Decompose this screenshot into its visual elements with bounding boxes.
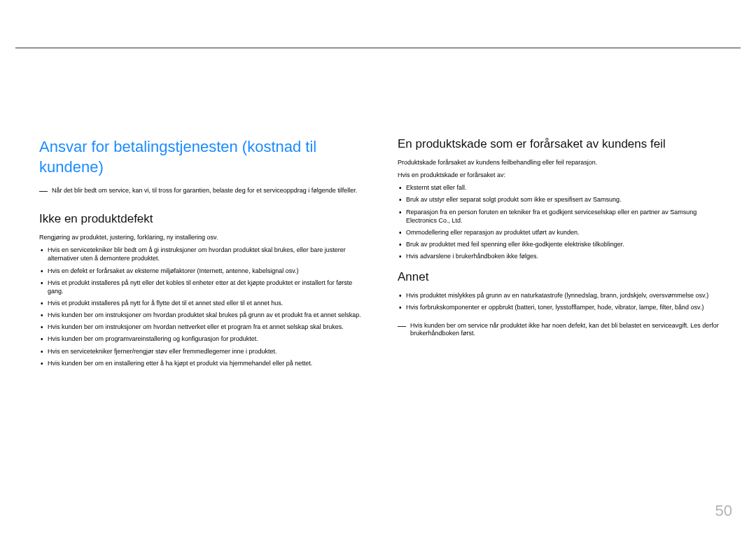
note-text: Når det blir bedt om service, kan vi, ti… [52,187,357,195]
list-item: Bruk av utstyr eller separat solgt produ… [398,195,722,204]
list-item: Hvis en servicetekniker fjerner/rengjør … [39,347,364,356]
dash-icon: ― [398,322,406,338]
subheading-other: Annet [398,270,722,284]
list-item: Hvis forbrukskomponenter er oppbrukt (ba… [398,303,722,311]
left-column: Ansvar for betalingstjenesten (kostnad t… [39,137,364,506]
list-item: Hvis kunden ber om instruksjoner om hvor… [39,311,364,319]
note-block: ― Når det blir bedt om service, kan vi, … [39,187,364,195]
section-title: Ansvar for betalingstjenesten (kostnad t… [39,137,364,177]
page-number: 50 [715,502,732,520]
list-item: Hvis advarslene i brukerhåndboken ikke f… [398,252,722,260]
subheading-not-defect: Ikke en produktdefekt [39,212,364,226]
intro-paragraph-1: Produktskade forårsaket av kundens feilb… [398,158,722,167]
intro-paragraph-2: Hvis en produktskade er forårsaket av: [398,171,722,179]
list-item: Hvis kunden ber om programvareinstalleri… [39,335,364,343]
top-rule [15,48,741,48]
list-item: Hvis et produkt installeres på nytt for … [39,299,364,307]
subheading-customer-fault: En produktskade som er forårsaket av kun… [398,137,722,151]
not-defect-list: Hvis en servicetekniker blir bedt om å g… [39,246,364,367]
list-item: Hvis en servicetekniker blir bedt om å g… [39,246,364,262]
list-item: Hvis produktet mislykkes på grunn av en … [398,291,722,300]
note-block-2: ― Hvis kunden ber om service når produkt… [398,322,722,338]
note-text-2: Hvis kunden ber om service når produktet… [410,322,722,338]
list-item: Reparasjon fra en person foruten en tekn… [398,208,722,225]
intro-paragraph: Rengjøring av produktet, justering, fork… [39,233,364,241]
list-item: Hvis en defekt er forårsaket av eksterne… [39,267,364,275]
list-item: Hvis kunden ber om instruksjoner om hvor… [39,323,364,331]
customer-fault-list: Eksternt støt eller fall. Bruk av utstyr… [398,183,722,260]
list-item: Ommodellering eller reparasjon av produk… [398,228,722,237]
list-item: Hvis kunden ber om en installering etter… [39,359,364,367]
other-list: Hvis produktet mislykkes på grunn av en … [398,291,722,311]
content-columns: Ansvar for betalingstjenesten (kostnad t… [39,137,722,506]
list-item: Eksternt støt eller fall. [398,183,722,192]
list-item: Bruk av produktet med feil spenning elle… [398,240,722,248]
document-page: Ansvar for betalingstjenesten (kostnad t… [0,0,756,534]
list-item: Hvis et produkt installeres på nytt elle… [39,279,364,295]
right-column: En produktskade som er forårsaket av kun… [398,137,722,506]
dash-icon: ― [39,187,48,195]
